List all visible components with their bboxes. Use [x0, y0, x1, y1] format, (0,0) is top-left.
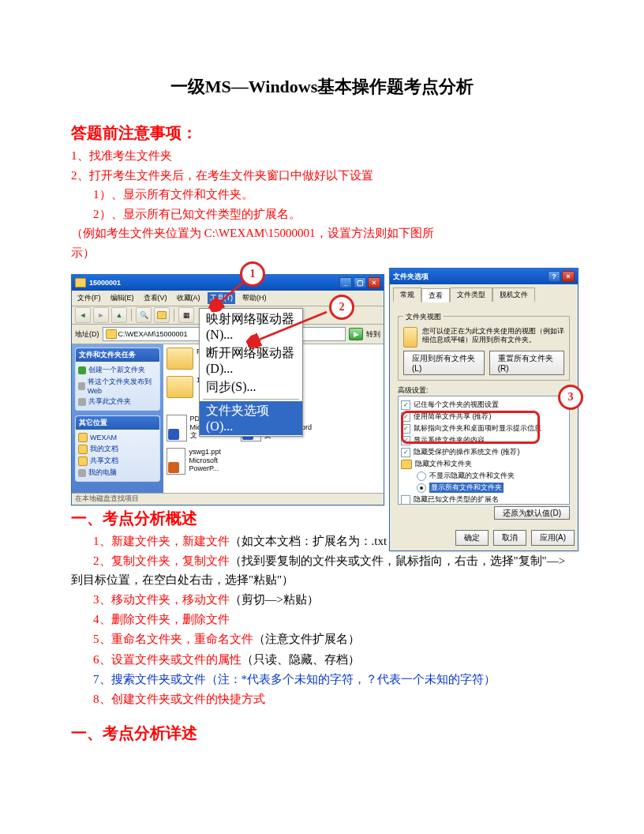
analysis-6: 6、设置文件夹或文件的属性（只读、隐藏、存档） [71, 651, 573, 669]
search-button[interactable]: 🔍 [136, 307, 152, 323]
analysis-3: 3、移动文件夹，移动文件（剪切—>粘贴） [71, 591, 573, 609]
pre-item-2b: 2）、显示所有已知文件类型的扩展名。 [71, 205, 573, 224]
analysis-2: 2、复制文件夹，复制文件（找到要复制的文件夹或文件，鼠标指向，右击，选择"复制"… [71, 552, 573, 589]
menu-view[interactable]: 查看(V) [141, 292, 170, 304]
opt-hide-protected[interactable]: ✓隐藏受保护的操作系统文件 (推荐) [401, 446, 567, 458]
tab-offline[interactable]: 脱机文件 [492, 287, 535, 302]
task-publish[interactable]: 将这个文件夹发布到 Web [78, 376, 157, 396]
folders-icon [157, 311, 167, 319]
opt-show-all[interactable]: 显示所有文件和文件夹 [401, 482, 567, 494]
folder-view-text: 您可以使正在为此文件夹使用的视图（例如详细信息或平铺）应用到所有文件夹。 [422, 327, 564, 344]
opt-remember-view[interactable]: ✓记住每个文件夹的视图设置 [401, 399, 567, 411]
menu-fav[interactable]: 收藏(A) [174, 292, 203, 304]
callout-1: 1 [240, 261, 265, 287]
forward-button[interactable]: ► [93, 307, 109, 323]
explorer-title: 15000001 [89, 279, 121, 287]
opt-hidden-group: 隐藏文件和文件夹 [401, 458, 567, 470]
reset-all-button[interactable]: 重置所有文件夹(R) [489, 351, 564, 375]
minimize-button[interactable]: _ [339, 277, 352, 288]
folder-icon [75, 278, 86, 287]
place-shared[interactable]: 共享文档 [78, 455, 157, 467]
places-header[interactable]: 其它位置 [76, 416, 159, 430]
advanced-label: 高级设置: [398, 385, 570, 396]
tasks-panel[interactable]: 文件和文件夹任务 创建一个新文件夹 将这个文件夹发布到 Web 共享此文件夹 [75, 348, 160, 411]
help-button[interactable]: ? [548, 271, 560, 282]
separator [203, 399, 299, 400]
dialog-title: 文件夹选项 [393, 272, 429, 282]
callout-3: 3 [558, 385, 583, 410]
analysis-7: 7、搜索文件夹或文件（注：*代表多个未知的字符，？代表一个未知的字符） [71, 671, 573, 689]
dialog-titlebar[interactable]: 文件夹选项 ? × [390, 269, 578, 284]
back-button[interactable]: ◄ [75, 307, 91, 323]
apply-button[interactable]: 应用(A) [531, 530, 575, 546]
folder-view-icon [403, 327, 417, 348]
ppt-icon [167, 448, 185, 475]
tasks-header[interactable]: 文件和文件夹任务 [76, 348, 159, 362]
go-label: 转到 [366, 329, 380, 340]
menu-edit[interactable]: 编辑(E) [108, 292, 137, 304]
group-title-view: 文件夹视图 [403, 312, 444, 322]
pre-item-2: 2、打开考生文件夹后，在考生文件夹窗口中做好以下设置 [71, 167, 573, 185]
explorer-status: 在本地磁盘查找项目 [72, 493, 384, 505]
task-new-folder[interactable]: 创建一个新文件夹 [78, 364, 157, 376]
apply-all-button[interactable]: 应用到所有文件夹(L) [403, 351, 485, 375]
close-button[interactable]: × [368, 277, 380, 288]
explorer-tasks-pane: 文件和文件夹任务 创建一个新文件夹 将这个文件夹发布到 Web 共享此文件夹 其… [72, 344, 163, 493]
views-button[interactable]: ▦ [178, 307, 194, 323]
menu-file[interactable]: 文件(F) [75, 292, 103, 304]
place-mycomputer[interactable]: 我的电脑 [78, 467, 157, 479]
restore-defaults-button[interactable]: 还原为默认值(D) [494, 506, 570, 520]
analysis-4: 4、删除文件夹，删除文件 [71, 610, 573, 629]
task-share[interactable]: 共享此文件夹 [78, 396, 157, 408]
folders-button[interactable] [154, 307, 170, 323]
dialog-buttons: 确定 取消 应用(A) [390, 525, 578, 550]
folder-options-dialog: 文件夹选项 ? × 常规 查看 文件类型 脱机文件 文件夹视图 您可以使正在为此… [389, 268, 578, 551]
folder-icon [401, 460, 412, 469]
menu-disconnect[interactable]: 断开网络驱动器(D)... [200, 344, 302, 378]
analysis-8: 8、创建文件夹或文件的快捷方式 [71, 690, 573, 708]
place-wexam[interactable]: WEXAM [78, 432, 157, 443]
callout-2: 2 [329, 295, 354, 320]
section-analysis-detail: 一、考点分析详述 [71, 723, 573, 744]
address-text: C:\WEXAM\15000001 [118, 330, 188, 338]
analysis-5: 5、重命名文件夹，重命名文件（注意文件扩展名） [71, 630, 573, 648]
cancel-button[interactable]: 取消 [493, 530, 526, 546]
folder-icon [106, 329, 117, 339]
folder-view-group: 文件夹视图 您可以使正在为此文件夹使用的视图（例如详细信息或平铺）应用到所有文件… [398, 316, 570, 381]
address-label: 地址(D) [75, 329, 99, 340]
main-title: 一级MS—Windows基本操作题考点分析 [71, 75, 573, 99]
screenshot-area: 1 2 3 15000001 _ ▢ × 文件(F) 编辑(E) 查看(V) 收… [71, 268, 573, 497]
place-mydocs[interactable]: 我的文档 [78, 443, 157, 455]
places-panel[interactable]: 其它位置 WEXAM 我的文档 共享文档 我的电脑 [75, 415, 160, 482]
up-button[interactable]: ▲ [111, 307, 127, 323]
opt-hide-ext[interactable]: 隐藏已知文件类型的扩展名 [401, 494, 567, 505]
pre-item-1: 1、找准考生文件夹 [71, 147, 573, 165]
dialog-tabs: 常规 查看 文件类型 脱机文件 [390, 284, 578, 302]
pre-item-2a: 1）、显示所有文件和文件夹。 [71, 186, 573, 204]
folder-icon [167, 348, 193, 370]
highlight-rect [401, 411, 540, 444]
opt-dont-show-hidden[interactable]: 不显示隐藏的文件和文件夹 [401, 470, 567, 482]
ok-button[interactable]: 确定 [455, 530, 489, 546]
close-button[interactable]: × [562, 271, 575, 282]
file-ppt[interactable]: yswg1.pptMicrosoft PowerP... [167, 448, 238, 475]
tab-general[interactable]: 常规 [393, 287, 421, 302]
maximize-button[interactable]: ▢ [354, 277, 366, 288]
tab-view[interactable]: 查看 [421, 288, 450, 302]
word-icon [167, 415, 187, 441]
pre-note-a: （例如考生文件夹位置为 C:\WEXAM\15000001，设置方法则如下图所 [71, 224, 573, 242]
tab-filetypes[interactable]: 文件类型 [450, 287, 492, 302]
menu-sync[interactable]: 同步(S)... [200, 378, 302, 397]
folder-icon [167, 376, 193, 398]
menu-folder-options[interactable]: 文件夹选项(O)... [200, 401, 302, 435]
pre-note-b: 示） [71, 244, 573, 262]
section-pre-notes: 答题前注意事项： [71, 122, 573, 144]
go-button[interactable]: ▶ [349, 328, 363, 340]
